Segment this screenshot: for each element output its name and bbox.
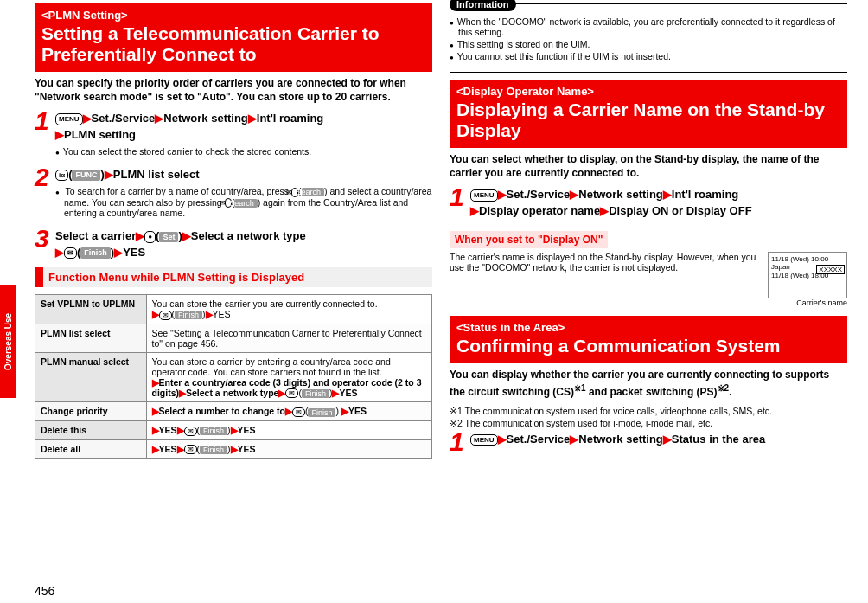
info-bullet: You cannot set this function if the UIM … xyxy=(450,51,847,61)
step-1-main: MENU▶Set./Service▶Network setting▶Int'l … xyxy=(55,111,432,142)
table-row: Delete this ▶YES▶✉(Finish)▶YES xyxy=(35,421,432,440)
page-number: 456 xyxy=(35,584,54,598)
fn-desc: See "Setting a Telecommunication Carrier… xyxy=(146,324,431,352)
carrier-note: Carrier's name xyxy=(450,298,847,307)
don-step-1-main: MENU▶Set./Service▶Network setting▶Int'l … xyxy=(470,187,847,218)
info-box: Information When the "DOCOMO" network is… xyxy=(450,3,847,73)
func-label: FUNC xyxy=(72,170,100,181)
section-intro: You can display whether the carrier you … xyxy=(450,369,847,399)
step-number: 1 xyxy=(35,111,55,163)
table-row: Delete all ▶YES▶✉(Finish)▶YES xyxy=(35,439,432,459)
fn-label: Delete all xyxy=(35,439,147,459)
step-number: 1 xyxy=(450,187,470,218)
section-tag: <PLMN Setting> xyxy=(41,9,425,22)
table-row: PLMN list select See "Setting a Telecomm… xyxy=(35,324,432,352)
fn-desc: ▶Select a number to change to▶✉(Finish) … xyxy=(146,402,431,421)
section-status-header: <Status in the Area> Confirming a Commun… xyxy=(450,316,847,363)
mail-icon: ✉ xyxy=(184,445,197,454)
set-label: Set xyxy=(159,232,178,243)
mail-icon: ✉ xyxy=(159,311,172,320)
fn-label: Set VPLMN to UPLMN xyxy=(35,294,147,324)
fn-label: PLMN manual select xyxy=(35,352,147,402)
standby-carrier-box: XXXXX xyxy=(816,265,845,275)
mail-icon: ✉ xyxy=(292,407,305,417)
mail-icon: ✉ xyxy=(285,388,298,398)
section-plmn-header: <PLMN Setting> Setting a Telecommunicati… xyxy=(35,3,432,72)
fn-desc: ▶YES▶✉(Finish)▶YES xyxy=(146,421,431,440)
menu-icon: MENU xyxy=(470,189,498,201)
step-1-note: You can select the stored carrier to che… xyxy=(55,146,432,157)
table-row: Change priority ▶Select a number to chan… xyxy=(35,402,432,421)
mail-icon: ✉ xyxy=(184,427,197,436)
fn-label: Delete this xyxy=(35,421,147,440)
step-number: 1 xyxy=(450,432,470,452)
when-body-wrap: 11/18 (Wed) 10:00 Japan 11/18 (Wed) 18:0… xyxy=(450,252,847,298)
info-label: Information xyxy=(450,0,516,11)
section-tag: <Display Operator Name> xyxy=(456,85,840,98)
step-number: 2 xyxy=(35,167,55,226)
section-don-header: <Display Operator Name> Displaying a Car… xyxy=(450,80,847,148)
section-intro: You can specify the priority order of ca… xyxy=(35,77,432,104)
section-tag: <Status in the Area> xyxy=(456,321,840,334)
side-tab: Overseas Use xyxy=(0,285,16,398)
mail-icon: ✉ xyxy=(64,247,77,259)
column-left: <PLMN Setting> Setting a Telecommunicati… xyxy=(35,3,432,459)
function-menu-header: Function Menu while PLMN Setting is Disp… xyxy=(35,267,432,287)
step-3: 3 Select a carrier▶●(Set)▶Select a netwo… xyxy=(35,228,432,260)
status-step-1: 1 MENU▶Set./Service▶Network setting▶Stat… xyxy=(450,432,847,452)
status-step-1-main: MENU▶Set./Service▶Network setting▶Status… xyxy=(470,432,847,447)
fn-label: PLMN list select xyxy=(35,324,147,352)
info-bullet: This setting is stored on the UIM. xyxy=(450,39,847,49)
step-2-main: iα(FUNC)▶PLMN list select xyxy=(55,167,432,183)
section-title: Confirming a Communication System xyxy=(456,336,840,356)
finish-label: Finish xyxy=(80,247,111,259)
table-row: Set VPLMN to UPLMN You can store the car… xyxy=(35,294,432,324)
section-title: Displaying a Carrier Name on the Stand-b… xyxy=(456,99,840,141)
fn-label: Change priority xyxy=(35,402,147,421)
section-intro: You can select whether to display, on th… xyxy=(450,153,847,180)
search-label: Search xyxy=(302,188,325,196)
step-3-main: Select a carrier▶●(Set)▶Select a network… xyxy=(55,228,432,260)
section-title: Setting a Telecommunication Carrier to P… xyxy=(41,23,425,65)
when-display-on-header: When you set to "Display ON" xyxy=(450,231,608,248)
page: <PLMN Setting> Setting a Telecommunicati… xyxy=(0,0,868,467)
fn-desc: You can store a carrier by entering a co… xyxy=(146,352,431,402)
table-row: PLMN manual select You can store a carri… xyxy=(35,352,432,402)
info-bullet: When the "DOCOMO" network is available, … xyxy=(450,16,847,37)
fn-desc: ▶YES▶✉(Finish)▶YES xyxy=(146,439,431,459)
ir-icon: iα xyxy=(55,170,68,181)
don-step-1: 1 MENU▶Set./Service▶Network setting▶Int'… xyxy=(450,187,847,218)
footnote-1: ※1 The communication system used for voi… xyxy=(450,406,847,416)
menu-icon: MENU xyxy=(55,113,83,125)
step-1: 1 MENU▶Set./Service▶Network setting▶Int'… xyxy=(35,111,432,163)
fn-desc: You can store the carrier you are curren… xyxy=(146,294,431,324)
menu-icon: MENU xyxy=(470,434,498,446)
center-icon: ● xyxy=(144,231,156,242)
column-right: Information When the "DOCOMO" network is… xyxy=(450,3,847,459)
footnote-2: ※2 The communication system used for i-m… xyxy=(450,418,847,428)
search-label: Search xyxy=(234,199,258,208)
step-number: 3 xyxy=(35,228,55,260)
standby-preview: 11/18 (Wed) 10:00 Japan 11/18 (Wed) 18:0… xyxy=(768,252,847,298)
step-2-note: To search for a carrier by a name of cou… xyxy=(55,186,432,218)
step-2: 2 iα(FUNC)▶PLMN list select To search fo… xyxy=(35,167,432,226)
function-menu-table: Set VPLMN to UPLMN You can store the car… xyxy=(35,294,432,459)
